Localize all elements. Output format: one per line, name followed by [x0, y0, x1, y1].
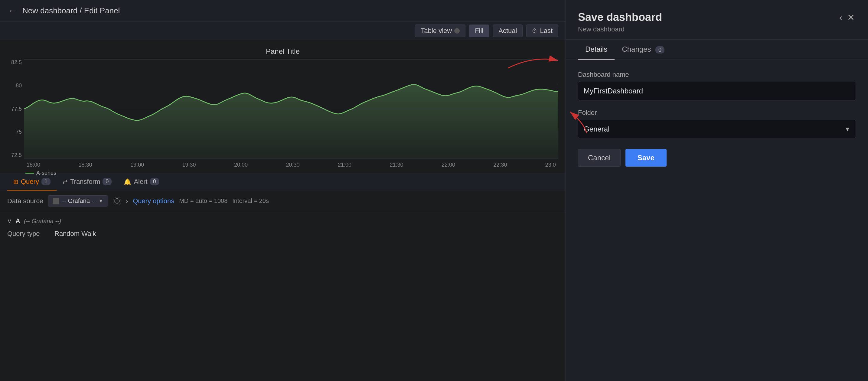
table-view-button[interactable]: Table view — [415, 25, 465, 37]
datasource-name: -- Grafana -- — [62, 197, 96, 204]
query-a-letter: A — [16, 217, 20, 225]
query-a-source: (-- Grafana --) — [24, 218, 61, 225]
panel-subtitle: New dashboard — [578, 25, 662, 33]
tab-query-badge: 1 — [41, 178, 51, 185]
chart-container: Panel Title 82.5 80 77.5 75 72.5 — [0, 40, 565, 173]
grid-line-top — [24, 59, 558, 60]
y-label-4: 72.5 — [11, 152, 22, 158]
actual-button[interactable]: Actual — [493, 25, 523, 37]
panel-close-button[interactable]: ✕ — [846, 11, 856, 24]
y-label-2: 77.5 — [11, 106, 22, 112]
tab-transform-label: Transform — [70, 178, 100, 186]
y-label-0: 82.5 — [11, 59, 22, 66]
query-type-row: Query type Random Walk — [7, 230, 558, 238]
legend-label: A-series — [36, 170, 56, 176]
query-collapse-button[interactable]: ∨ — [7, 217, 12, 225]
last-button[interactable]: ⏱ Last — [526, 25, 558, 37]
datasource-info-button[interactable]: ⓘ — [113, 197, 121, 205]
actual-label: Actual — [498, 27, 517, 35]
table-view-label: Table view — [421, 27, 452, 35]
toolbar: Table view Fill Actual ⏱ Last — [0, 22, 565, 40]
folder-select[interactable]: General Default — [578, 120, 856, 138]
panel-title: Save dashboard — [578, 11, 662, 24]
grid-line-3 — [24, 134, 558, 134]
tab-query-label: Query — [21, 178, 39, 186]
main-panel: ← New dashboard / Edit Panel Table view … — [0, 0, 565, 381]
save-button[interactable]: Save — [625, 149, 666, 167]
panel-back-button[interactable]: ‹ — [838, 11, 843, 24]
last-label: Last — [540, 27, 553, 35]
query-options-link[interactable]: Query options — [133, 197, 174, 205]
x-label-0: 18:00 — [27, 162, 40, 168]
x-label-4: 20:00 — [234, 162, 248, 168]
datasource-icon — [53, 198, 59, 204]
button-row: Cancel Save — [578, 149, 856, 167]
save-dashboard-panel: Save dashboard New dashboard ‹ ✕ Details… — [565, 0, 868, 381]
dashboard-name-label: Dashboard name — [578, 71, 856, 78]
x-label-7: 21:30 — [390, 162, 403, 168]
tab-transform-badge: 0 — [102, 178, 112, 185]
query-meta-interval: Interval = 20s — [232, 197, 269, 204]
grid-line-2 — [24, 109, 558, 109]
panel-title-group: Save dashboard New dashboard — [578, 11, 662, 33]
panel-tab-changes[interactable]: Changes 0 — [615, 40, 672, 60]
cancel-button[interactable]: Cancel — [578, 149, 621, 167]
toggle-circle — [454, 28, 460, 34]
panel-tab-changes-label: Changes — [622, 45, 651, 53]
grid-line-bottom — [24, 158, 558, 159]
chart-legend: A-series — [7, 168, 558, 178]
query-type-label: Query type — [7, 230, 50, 238]
datasource-selector[interactable]: -- Grafana -- ▼ — [48, 195, 108, 207]
x-axis: 18:00 18:30 19:00 19:30 20:00 20:30 21:0… — [24, 162, 558, 168]
query-meta-md: MD = auto = 1008 — [179, 197, 227, 204]
x-label-10: 23:0 — [545, 162, 556, 168]
chart-title: Panel Title — [7, 47, 558, 56]
datasource-dropdown-icon: ▼ — [99, 198, 103, 204]
panel-header-buttons: ‹ ✕ — [838, 11, 856, 24]
panel-tab-details-label: Details — [585, 45, 607, 53]
tab-alert-label: Alert — [134, 178, 147, 186]
query-row-a: ∨ A (-- Grafana --) Query type Random Wa… — [0, 211, 565, 244]
x-label-8: 22:00 — [441, 162, 455, 168]
x-label-1: 18:30 — [78, 162, 92, 168]
dashboard-name-input[interactable] — [578, 82, 856, 100]
header: ← New dashboard / Edit Panel — [0, 0, 565, 22]
fill-label: Fill — [475, 27, 483, 35]
folder-label: Folder — [578, 109, 856, 117]
fill-button[interactable]: Fill — [469, 25, 489, 37]
panel-tab-details[interactable]: Details — [578, 40, 615, 60]
query-type-value: Random Walk — [55, 230, 96, 238]
y-axis: 82.5 80 77.5 75 72.5 — [7, 59, 24, 158]
x-label-3: 19:30 — [182, 162, 196, 168]
query-a-header: ∨ A (-- Grafana --) — [7, 217, 558, 225]
chart-area: 82.5 80 77.5 75 72.5 — [7, 59, 558, 168]
y-label-1: 80 — [16, 83, 22, 89]
back-button[interactable]: ← — [7, 5, 18, 17]
panel-tab-changes-badge: 0 — [655, 46, 664, 54]
panel-header: Save dashboard New dashboard ‹ ✕ — [566, 0, 868, 40]
legend-line — [25, 173, 34, 173]
datasource-label: Data source — [7, 197, 43, 205]
folder-select-wrapper: General Default ▼ — [578, 120, 856, 138]
query-options-chevron: › — [126, 197, 128, 204]
panel-tabs: Details Changes 0 — [566, 40, 868, 60]
panel-body: Dashboard name Folder General Default ▼ … — [566, 60, 868, 178]
x-label-2: 19:00 — [130, 162, 144, 168]
tab-alert-badge: 0 — [150, 178, 159, 185]
chart-plot — [24, 59, 558, 158]
x-label-6: 21:00 — [338, 162, 351, 168]
datasource-row: Data source -- Grafana -- ▼ ⓘ › Query op… — [0, 191, 565, 211]
y-label-3: 75 — [16, 129, 22, 135]
x-label-5: 20:30 — [286, 162, 300, 168]
x-label-9: 22:30 — [493, 162, 507, 168]
breadcrumb: New dashboard / Edit Panel — [22, 6, 120, 15]
